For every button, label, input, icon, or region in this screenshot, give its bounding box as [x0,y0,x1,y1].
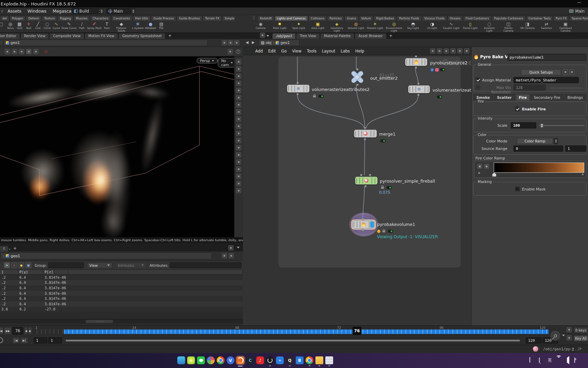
current-frame-field[interactable]: 76 [12,327,23,335]
shelf-tab[interactable]: Constraints [111,16,133,21]
pane-options-icon[interactable] [260,33,265,38]
menu-item[interactable]: Windows [24,9,50,14]
torus-tool[interactable]: ◎ Torus [6,21,15,33]
shelf-tab[interactable]: Polygon [10,16,26,21]
pin-icon[interactable] [222,40,227,45]
camera-dropdown[interactable]: No cam [218,58,234,67]
main-spinner[interactable] [131,8,135,14]
node-out-emitter2[interactable] [348,71,367,83]
list-icon[interactable] [451,48,456,53]
metaball-tool[interactable]: ● Metaball [144,21,157,33]
battery-icon[interactable] [574,358,575,363]
quick-setups-button[interactable]: Quick Setups [521,69,561,75]
view-dropdown[interactable]: Persp [197,58,218,63]
view-pivot-icon[interactable] [236,131,241,136]
max-vis-slider[interactable] [549,88,583,89]
camera-lock-icon[interactable] [236,124,241,129]
source-range-max-field[interactable]: 1 [565,145,586,152]
wrench-icon[interactable] [430,48,435,53]
environment-light-tool[interactable]: ◎ Environment Light [385,21,404,33]
shelf-tab[interactable]: Texture [42,16,57,21]
view-mode-icon[interactable] [236,59,241,64]
wireframe-icon[interactable] [236,138,241,143]
null-tool[interactable]: ✛ Null [24,21,33,33]
pane-menu-caret[interactable] [266,35,269,37]
shelf-tab[interactable]: Oceans [447,16,463,21]
shelf-tab[interactable]: Rigging [58,16,73,21]
fire-color-ramp[interactable] [494,163,584,173]
notepad-app[interactable] [325,356,333,364]
explorer-app[interactable] [315,356,323,364]
breadcrumb-current[interactable]: geo1 [280,41,290,45]
shelf-tab[interactable]: Collisions [308,16,327,21]
refresh-icon[interactable]: ⟳ [578,347,582,351]
vertices-mode-icon[interactable]: • [11,262,17,268]
font-tool[interactable]: T Font [102,21,112,33]
menu-item[interactable]: Edit [265,49,278,53]
param-tab[interactable]: Bindings [565,94,586,101]
audio-icon[interactable] [0,337,3,343]
pane-tab[interactable]: Tree View [296,33,320,39]
network-editor[interactable]: Geometry pyroburstsource2 i [243,55,471,325]
node-input[interactable] [356,68,359,71]
table-row[interactable]: .26.43.8147e-06 [0,296,243,301]
shelf-tab[interactable]: Hair Utils [133,16,151,21]
range-end-field[interactable]: 120 [526,337,541,343]
preset-menu-icon[interactable] [569,70,574,75]
menu-item[interactable]: View [290,49,304,53]
ramp-expand-icon[interactable]: ▶ [478,171,480,174]
detail-mode-icon[interactable]: ▣ [26,262,31,268]
table-row[interactable]: .26.43.8147e-06 [0,301,243,307]
area-light-tool[interactable]: ▣ Area Light [308,21,327,33]
chrome-app[interactable] [217,356,225,364]
pane-tab[interactable]: Composite View [50,33,84,39]
display-flag-badge[interactable] [437,95,442,98]
shelf-divider[interactable] [253,16,255,20]
shelf-tab[interactable]: Terrain FX [203,16,222,21]
select-icon[interactable] [236,66,241,72]
table-row[interactable]: .26.43.8147e-06 [0,275,243,280]
grid-tool[interactable]: ▦ Grid [15,21,24,33]
display-flag-badge[interactable] [440,68,445,71]
line-tool[interactable]: ╱ Line [33,21,43,33]
chrome-profile-app[interactable] [306,356,313,364]
menu-item[interactable]: Add [252,49,265,53]
node-pyrobakevolume1[interactable] [352,220,375,229]
shelf-tab[interactable]: Guide Brushes [177,16,202,21]
scale-field[interactable]: 100 [511,122,536,128]
menu-item[interactable]: Tools [304,49,319,53]
range-start-field[interactable]: 1 [34,337,47,343]
param-tab[interactable]: Secondary Fire [531,94,564,101]
refresh-icon[interactable] [229,253,234,258]
stereo-camera-tool[interactable]: ◫ Stereo Camera [499,21,518,33]
l-system-tool[interactable]: ❋ L-System [131,21,145,33]
node-name-field[interactable]: pyrobakevolume1 [507,54,586,61]
range-handle-right[interactable] [520,339,522,342]
display-flag-badge[interactable] [380,139,386,142]
houdini-app[interactable] [236,356,244,364]
forward-icon[interactable]: ▶ [252,40,255,45]
node-input[interactable] [360,174,362,176]
path-options-icon[interactable] [234,40,239,45]
assign-material-field[interactable]: matnet/Pyro_Shader [513,77,579,83]
geometry-light-tool[interactable]: ◈ Geometry Light [327,21,346,33]
record-icon[interactable] [45,50,48,53]
pinwheel-app[interactable] [207,356,215,364]
help-icon[interactable]: ? [236,49,240,54]
netease-music-app[interactable]: ♪ [256,356,264,364]
pane-options-icon[interactable] [228,245,233,250]
q-app[interactable]: Q [286,356,294,364]
camera-tool[interactable]: ◉ Camera [251,21,270,33]
portal-light-tool[interactable]: ▯ Portal Light [461,21,480,33]
node-pyroburstsource2[interactable] [405,58,427,66]
assign-material-checkbox[interactable] [476,78,480,82]
shelf-tab[interactable]: Muscles [74,16,90,21]
shelf-tab[interactable]: Particle Fluids [397,16,422,21]
safe360-app[interactable]: + [187,356,195,364]
shelf-tab[interactable]: Deform [26,16,42,21]
shelf-tab[interactable]: Sparse Pyro FX [569,16,588,21]
node-pyrosolver-simple-fireball[interactable] [355,177,378,185]
link-icon[interactable] [437,48,442,53]
new-tab-button[interactable]: + [166,33,174,39]
play-reverse-button[interactable]: ◀◀ [0,327,3,335]
